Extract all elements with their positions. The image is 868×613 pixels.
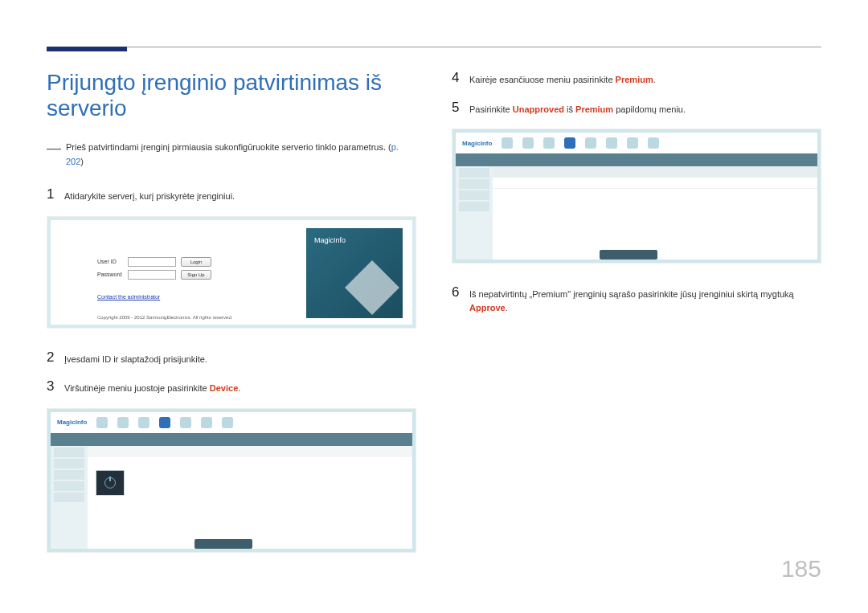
magicinfo-logo: MagicInfo (314, 236, 346, 244)
nav-icon[interactable] (96, 417, 108, 428)
app-logo: MagicInfo (462, 140, 492, 147)
login-body: User ID Login Password Sign Up Contact t… (51, 220, 412, 325)
nav-icon[interactable] (543, 137, 555, 149)
config-note: ― Prieš patvirtindami įrenginį pirmiausi… (47, 141, 416, 169)
app-sidebar (51, 446, 88, 549)
unapproved-screenshot: MagicInfo (452, 129, 821, 264)
nav-icon[interactable] (222, 417, 233, 428)
nav-icon-device[interactable] (159, 417, 170, 428)
toolbar (88, 446, 412, 457)
app-logo: MagicInfo (57, 419, 87, 426)
table-header (493, 166, 817, 178)
premium-highlight: Premium (575, 104, 613, 114)
app-main (88, 446, 412, 549)
sidebar-item[interactable] (54, 459, 84, 468)
device-screenshot: MagicInfo (47, 408, 416, 553)
left-column: Prijungto įrenginio patvirtinimas iš ser… (47, 70, 416, 574)
step-number: 5 (452, 100, 469, 116)
app-main (493, 166, 817, 260)
step-6: 6 Iš nepatvirtintų „Premium" įrenginių s… (452, 284, 821, 314)
header-rule (47, 47, 821, 47)
step-text: Atidarykite serverį, kurį priskyrėte įre… (64, 186, 235, 203)
header-accent-tab (47, 47, 127, 51)
sidebar-item[interactable] (459, 190, 489, 200)
nav-icon[interactable] (606, 137, 617, 149)
sidebar-item[interactable] (459, 202, 489, 211)
nav-icon[interactable] (138, 417, 149, 428)
device-highlight: Device (210, 383, 238, 393)
two-column-content: Prijungto įrenginio patvirtinimas iš ser… (47, 70, 821, 574)
step-text: Kairėje esančiuose meniu pasirinkite Pre… (469, 70, 656, 87)
step-text: Pasirinkite Unapproved iš Premium papild… (469, 100, 686, 116)
step-2: 2 Įvesdami ID ir slaptažodį prisijunkite… (47, 349, 416, 366)
step-number: 2 (47, 349, 64, 366)
password-input[interactable] (128, 270, 176, 280)
step-text: Įvesdami ID ir slaptažodį prisijunkite. (64, 349, 207, 366)
userid-input[interactable] (128, 257, 176, 267)
pager-bar[interactable] (600, 250, 657, 260)
login-branding-panel: MagicInfo (306, 228, 403, 318)
step-text: Iš nepatvirtintų „Premium" įrenginių sąr… (469, 284, 821, 314)
signup-button[interactable]: Sign Up (181, 270, 211, 280)
sidebar-item[interactable] (54, 447, 84, 457)
page-title: Prijungto įrenginio patvirtinimas iš ser… (47, 70, 416, 121)
page-number: 185 (781, 555, 821, 582)
diamond-icon (345, 260, 399, 315)
step-number: 3 (47, 378, 64, 394)
password-row: Password Sign Up (97, 270, 211, 280)
nav-icon[interactable] (117, 417, 129, 428)
step-text: Viršutinėje meniu juostoje pasirinkite D… (64, 378, 240, 395)
app-tabbar (456, 153, 817, 166)
app-tabbar (51, 433, 412, 446)
login-form: User ID Login Password Sign Up (97, 257, 211, 283)
premium-highlight: Premium (616, 75, 653, 84)
nav-icon[interactable] (180, 417, 191, 428)
approve-highlight: Approve (469, 303, 506, 313)
sidebar-item[interactable] (54, 481, 84, 491)
step-number: 6 (452, 284, 469, 300)
app-topbar: MagicInfo (456, 133, 817, 153)
password-label: Password (97, 272, 128, 277)
step-number: 4 (452, 70, 469, 86)
device-thumbnail[interactable] (96, 470, 125, 496)
pager-bar[interactable] (194, 539, 252, 549)
userid-label: User ID (97, 259, 128, 264)
step-4: 4 Kairėje esančiuose meniu pasirinkite P… (452, 70, 821, 87)
sidebar-item[interactable] (54, 470, 84, 480)
login-button[interactable]: Login (181, 257, 211, 267)
unapproved-highlight: Unapproved (513, 104, 564, 114)
app-topbar: MagicInfo (51, 412, 412, 433)
right-column: 4 Kairėje esančiuose meniu pasirinkite P… (452, 70, 821, 574)
power-icon (104, 477, 116, 488)
contact-admin-link[interactable]: Contact the administrator (97, 294, 160, 300)
step-3: 3 Viršutinėje meniu juostoje pasirinkite… (47, 378, 416, 395)
step-5: 5 Pasirinkite Unapproved iš Premium papi… (452, 100, 821, 116)
note-dash: ― (47, 141, 61, 169)
app-sidebar (456, 166, 493, 260)
step-number: 1 (47, 186, 64, 202)
nav-icon[interactable] (627, 137, 638, 149)
nav-icon[interactable] (201, 417, 212, 428)
login-screenshot: User ID Login Password Sign Up Contact t… (47, 216, 416, 329)
nav-icon[interactable] (585, 137, 596, 149)
step-1: 1 Atidarykite serverį, kurį priskyrėte į… (47, 186, 416, 203)
copyright-text: Copyright 2009 - 2012 SamsungElectronics… (97, 315, 232, 320)
userid-row: User ID Login (97, 257, 211, 267)
sidebar-item[interactable] (459, 168, 489, 178)
sidebar-item[interactable] (459, 179, 489, 189)
sidebar-item[interactable] (54, 492, 84, 502)
nav-icon[interactable] (522, 137, 534, 149)
table-row[interactable] (493, 178, 817, 189)
note-text: Prieš patvirtindami įrenginį pirmiausia … (66, 141, 416, 169)
nav-icon[interactable] (648, 137, 659, 149)
nav-icon-device[interactable] (564, 137, 575, 149)
nav-icon[interactable] (502, 137, 513, 149)
